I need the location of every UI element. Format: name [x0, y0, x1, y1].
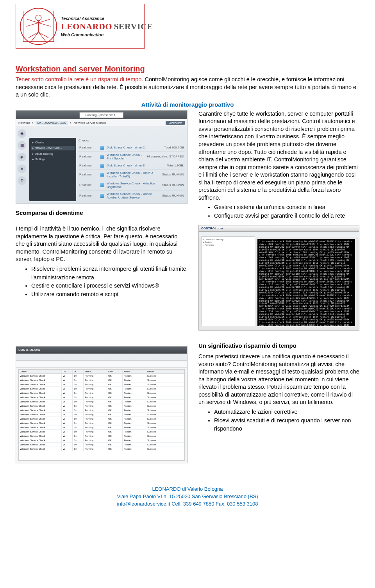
downtime-bullet-list: Risolvere i problemi senza interrompere … [16, 265, 188, 299]
check-row[interactable]: RealtimeWindows Service Check - Print Sp… [79, 151, 185, 162]
sidebar-dark-panel: ▸ Checks ▸ Network Server Mon... ▸ Asset… [29, 138, 76, 201]
logo-word-leonardo: LEONARDO [61, 21, 112, 32]
bullet-item: Configurare avvisi per garantire il cont… [214, 212, 359, 220]
svg-point-0 [36, 15, 41, 21]
bullet-item: Gestire i sistemi da un'unica console in… [214, 203, 359, 212]
page-title: Workstation and server Monitoring [16, 64, 359, 73]
crumb-monitor: Network Server Monitor [73, 121, 106, 125]
vitruvian-icon [20, 8, 57, 45]
console-sidebar: ▸ Command History▸ Scripts▸ Favorites [201, 236, 255, 326]
footer-email[interactable]: info@leonardoservice.it [117, 501, 170, 507]
time-saving-heading: Un significativo risparmio di tempo [198, 342, 359, 349]
check-row[interactable]: RealtimeDisk Space Check - drive C:Total… [79, 144, 185, 151]
intro-red: Tener sotto controllo la rete è un rispa… [16, 76, 143, 82]
check-row[interactable]: RealtimeWindows Service Check - SCOM Ser… [79, 201, 185, 204]
footer-company: LEONARDO di Valerio Bologna [16, 486, 359, 493]
table-row[interactable]: Windows Service CheckW5mRunningOKRestart… [19, 421, 184, 425]
settings-icon[interactable]: ⚙ [18, 176, 26, 185]
shield-icon[interactable]: ◈ [18, 153, 26, 161]
check-row[interactable]: RealtimeWindows Service Check - ActivID … [79, 169, 185, 180]
logo-tagline-top: Technical Assistance [61, 16, 153, 21]
table-row[interactable]: Windows Service CheckW5mRunningOKRestart… [19, 413, 184, 417]
crumb-host: UKEDANWLWESCN [36, 121, 68, 125]
proactive-paragraph: Garantire chye tutte le workstation, ser… [198, 110, 359, 202]
alert-table: CheckOSFrStatusLastActionResult Windows … [18, 369, 185, 461]
bullet-item: Ricevi avvisi scaduti e di recupero quan… [214, 416, 359, 434]
downtime-paragraph: I tempi di inattività è il tuo nemico, i… [16, 225, 188, 263]
table-row[interactable]: Windows Service CheckW5mRunningOKRestart… [19, 430, 184, 434]
sidebar-icon-rail: ◉ ▦ ◈ ≡ ⚙ [18, 129, 26, 185]
company-logo: Technical Assistance LEONARDO SERVICE We… [16, 4, 145, 49]
table-row[interactable]: Windows Service CheckW5mRunningOKRestart… [19, 447, 184, 451]
check-row[interactable]: RealtimeDisk Space Check - drive E:Total… [79, 162, 185, 169]
check-row[interactable]: RealtimeWindows Service Check - Adobe Ac… [79, 190, 185, 201]
proactive-heading: Attività di monitoraggio proattivo [141, 101, 234, 108]
bullet-item: Utilizzare comando remoto e script [31, 290, 188, 299]
loading-banner: Loading - please wait... [80, 112, 123, 118]
table-row[interactable]: Windows Service CheckW5mRunningOKRestart… [19, 391, 184, 395]
svg-line-6 [31, 32, 38, 41]
intro-paragraph: Tener sotto controllo la rete è un rispa… [16, 76, 359, 99]
sidebar-item-asset-tracking[interactable]: ▸ Asset Tracking [31, 152, 75, 156]
console-titlebar: CONTROLnow [199, 225, 359, 232]
monitor-icon[interactable]: ▦ [18, 141, 26, 150]
sidebar-item-settings[interactable]: ▸ Settings [31, 157, 75, 162]
checks-heading: Checks [79, 138, 185, 144]
reports-icon[interactable]: ≡ [18, 164, 26, 173]
table-row[interactable]: Windows Service CheckW5mRunningOKRestart… [19, 434, 184, 438]
footer-divider [16, 483, 359, 483]
table-row[interactable]: Windows Service CheckW5mRunningOKRestart… [19, 395, 184, 400]
proactive-bullet-list: Gestire i sistemi da un'unica console in… [198, 203, 359, 220]
logo-tagline-bottom: Web Communication [61, 32, 153, 37]
sidebar-item-network-monitor[interactable]: ▸ Network Server Mon... [31, 146, 75, 150]
table-row[interactable]: Windows Service CheckW5mRunningOKRestart… [19, 417, 184, 421]
crumb-network: Network [18, 121, 30, 125]
tab-overview[interactable]: Overview [166, 121, 185, 125]
svg-line-7 [39, 32, 46, 41]
svg-line-8 [29, 32, 38, 38]
footer-address: Viale Papa Paolo VI n. 15 25020 San Gerv… [16, 493, 359, 500]
table-row[interactable]: Windows Service CheckW5mRunningOKRestart… [19, 425, 184, 430]
footer-cell: 339 649 7850 [183, 501, 214, 507]
svg-line-4 [27, 23, 39, 26]
bullet-item: Gestire e controllare i processi e servi… [31, 282, 188, 290]
bullet-item: Risolvere i problemi senza interrompere … [31, 265, 188, 282]
table-row[interactable]: Windows Service CheckW5mRunningOKRestart… [19, 404, 184, 408]
table-row[interactable]: Windows Service CheckW5mRunningOKRestart… [19, 408, 184, 413]
table-row[interactable]: Windows Service CheckW5mRunningOKRestart… [19, 387, 184, 391]
dashboard-icon[interactable]: ◉ [18, 129, 26, 138]
time-saving-paragraph: Come preferisci ricevere una notifica qu… [198, 353, 359, 406]
table-row[interactable]: Windows Service CheckW5mRunningOKRestart… [19, 374, 184, 378]
table-row[interactable]: Windows Service CheckW5mRunningOKRestart… [19, 438, 184, 443]
downtime-heading: Scomparsa di downtime [16, 209, 188, 216]
logo-word-service: SERVICE [114, 21, 153, 32]
table-row[interactable]: Windows Service CheckW5mRunningOKRestart… [19, 378, 184, 382]
terminal-output: C:\> service check 1000 running OK pid=2… [257, 239, 355, 326]
table-row[interactable]: Windows Service CheckW5mRunningOKRestart… [19, 400, 184, 404]
screenshot-remote-console: CONTROLnow ▸ Command History▸ Scripts▸ F… [198, 225, 359, 331]
footer-fax: 030 553 3108 [227, 501, 258, 507]
svg-line-5 [39, 23, 51, 26]
table-titlebar: CONTROLnow [16, 347, 187, 354]
time-bullet-list: Automatizzare le azioni correttiveRicevi… [198, 408, 359, 433]
screenshot-monitoring-dashboard: Loading - please wait... Network › UKEDA… [16, 110, 188, 204]
sidebar-item-checks[interactable]: ▸ Checks [31, 140, 75, 145]
table-row[interactable]: Windows Service CheckW5mRunningOKRestart… [19, 382, 184, 387]
bullet-item: Automatizzare le azioni correttive [214, 408, 359, 416]
table-row[interactable]: Windows Service CheckW5mRunningOKRestart… [19, 443, 184, 447]
screenshot-alert-table: CONTROLnow CheckOSFrStatusLastActionResu… [16, 346, 188, 463]
page-footer: LEONARDO di Valerio Bologna Viale Papa P… [16, 486, 359, 508]
svg-line-9 [39, 32, 48, 38]
check-row[interactable]: RealtimeWindows Service Check - Adaptive… [79, 180, 185, 190]
